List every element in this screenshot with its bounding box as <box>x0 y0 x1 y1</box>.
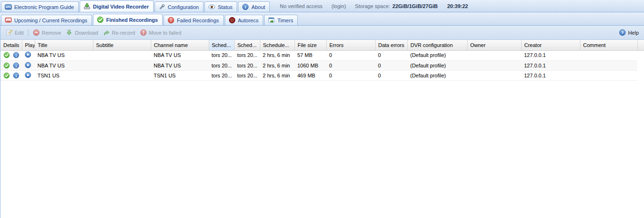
dvr-config-cell: (Default profile) <box>407 60 467 70</box>
remove-minus-icon <box>33 29 40 36</box>
rerecord-button[interactable]: Re-record <box>101 28 138 37</box>
sched-start-cell: tors 20... <box>209 50 234 60</box>
login-link[interactable]: (login) <box>331 3 346 9</box>
duration-cell: 2 hrs, 6 min <box>260 60 294 70</box>
sched-start-cell: tors 20... <box>209 70 234 80</box>
edit-pencil-icon <box>6 29 13 36</box>
dvr-config-cell: (Default profile) <box>407 50 467 60</box>
col-header-errors[interactable]: Errors <box>326 40 375 50</box>
play-cell <box>22 60 35 70</box>
data-errors-cell: 0 <box>375 60 407 70</box>
channel-cell: TSN1 US <box>151 70 209 80</box>
row-ok-icon[interactable] <box>3 52 10 58</box>
col-header-dvr-configuration[interactable]: DVR configuration <box>407 40 467 50</box>
tab-timers[interactable]: Timers <box>264 15 298 25</box>
creator-cell: 127.0.0.1 <box>521 50 580 60</box>
toolbar-button-label: Download <box>75 30 98 36</box>
channel-cell: NBA TV US <box>151 50 209 60</box>
col-header-play[interactable]: Play <box>22 40 35 50</box>
subtitle-cell <box>93 70 151 80</box>
tab-label: Finished Recordings <box>106 17 158 23</box>
storage-value: 22GiB/1GiB/27GiB <box>393 3 438 9</box>
dvr-sub-tab-bar: Upcoming / Current Recordings Finished R… <box>0 12 644 26</box>
row-play-icon[interactable] <box>25 62 31 68</box>
row-play-icon[interactable] <box>25 51 31 58</box>
autorec-wheel-icon <box>229 17 236 24</box>
sched-start-cell: tors 20... <box>209 60 234 70</box>
channel-cell: NBA TV US <box>151 60 209 70</box>
details-cell: i <box>0 50 22 60</box>
tab-configuration[interactable]: Configuration <box>155 1 203 12</box>
edit-button[interactable]: Edit <box>3 28 26 37</box>
row-play-icon[interactable] <box>25 72 31 78</box>
sched-stop-cell: tors 20... <box>234 70 260 80</box>
tab-finished-recordings[interactable]: Finished Recordings <box>93 14 163 25</box>
title-cell: NBA TV US <box>35 50 93 60</box>
table-row[interactable]: i NBA TV US NBA TV US tors 20... tors 20… <box>0 60 637 70</box>
grid-header-strip: Details Play Title Subtitle Channel name… <box>0 40 644 51</box>
col-header-comment[interactable]: Comment <box>580 40 637 50</box>
col-header-details[interactable]: Details <box>0 40 22 50</box>
toolbar-button-label: Move to failed <box>149 30 181 36</box>
col-header-creator[interactable]: Creator <box>521 40 580 50</box>
timers-icon <box>268 17 275 24</box>
col-header-sched-stop[interactable]: Sched... <box>234 40 260 50</box>
col-header-schedule-duration[interactable]: Schedule... <box>260 40 294 50</box>
wrench-icon <box>158 3 166 10</box>
table-row[interactable]: i NBA TV US NBA TV US tors 20... tors 20… <box>0 50 637 60</box>
topbar-info: No verified access (login) Storage space… <box>271 0 468 12</box>
tab-about[interactable]: i About <box>238 1 270 12</box>
tab-upcoming-recordings[interactable]: Upcoming / Current Recordings <box>1 15 92 25</box>
toolbar-button-label: Re-record <box>112 30 135 36</box>
tab-autorecs[interactable]: Autorecs <box>225 15 263 25</box>
owner-cell <box>467 60 521 70</box>
row-ok-icon[interactable] <box>3 62 10 69</box>
col-header-title[interactable]: Title <box>35 40 93 50</box>
main-tab-bar: EPG Electronic Program Guide Digital Vid… <box>0 0 644 12</box>
col-header-file-size[interactable]: File size <box>294 40 326 50</box>
tab-label: About <box>251 4 265 10</box>
row-info-icon[interactable]: i <box>13 62 19 69</box>
table-row[interactable]: i TSN1 US TSN1 US tors 20... tors 20... … <box>0 70 637 80</box>
row-ok-icon[interactable] <box>3 72 10 79</box>
tab-status[interactable]: Status <box>204 1 237 12</box>
col-header-sched-start[interactable]: Sched... <box>209 40 234 50</box>
row-info-icon[interactable]: i <box>13 52 19 58</box>
filesize-cell: 469 MB <box>294 70 326 80</box>
toolbar-separator <box>28 29 28 36</box>
tab-label: Electronic Program Guide <box>14 4 74 10</box>
access-status-text: No verified access <box>280 3 322 9</box>
epg-icon: EPG <box>5 3 12 10</box>
remove-button[interactable]: Remove <box>30 28 64 37</box>
move-to-failed-button[interactable]: Move to failed <box>138 28 184 37</box>
creator-cell: 127.0.0.1 <box>521 60 580 70</box>
tab-label: Autorecs <box>238 18 258 23</box>
help-button[interactable]: ? Help <box>616 28 641 37</box>
title-cell: TSN1 US <box>35 70 93 80</box>
col-header-data-errors[interactable]: Data errors <box>375 40 407 50</box>
col-header-owner[interactable]: Owner <box>467 40 521 50</box>
sched-stop-cell: tors 20... <box>234 60 260 70</box>
col-header-channel-name[interactable]: Channel name <box>151 40 209 50</box>
tab-failed-recordings[interactable]: Failed Recordings <box>164 15 224 25</box>
subtitle-cell <box>93 50 151 60</box>
tab-digital-video-recorder[interactable]: Digital Video Recorder <box>80 0 154 12</box>
tab-label: Digital Video Recorder <box>93 4 149 9</box>
col-header-subtitle[interactable]: Subtitle <box>93 40 151 50</box>
filesize-cell: 1060 MB <box>294 60 326 70</box>
info-icon: i <box>242 3 249 10</box>
row-info-icon[interactable]: i <box>13 72 19 79</box>
grid-header-row: Details Play Title Subtitle Channel name… <box>0 40 637 50</box>
tab-electronic-program-guide[interactable]: EPG Electronic Program Guide <box>1 1 79 12</box>
data-errors-cell: 0 <box>375 70 407 80</box>
duration-cell: 2 hrs, 6 min <box>260 70 294 80</box>
failed-exclamation-icon <box>167 17 175 24</box>
eye-icon <box>208 3 215 10</box>
comment-cell <box>580 50 637 60</box>
errors-cell: 0 <box>326 60 375 70</box>
details-cell: i <box>0 70 22 80</box>
download-button[interactable]: Download <box>64 28 101 37</box>
grid-toolbar: Edit Remove Download Re-record Mov <box>0 26 644 40</box>
tab-label: Timers <box>277 18 293 23</box>
errors-cell: 0 <box>326 50 375 60</box>
